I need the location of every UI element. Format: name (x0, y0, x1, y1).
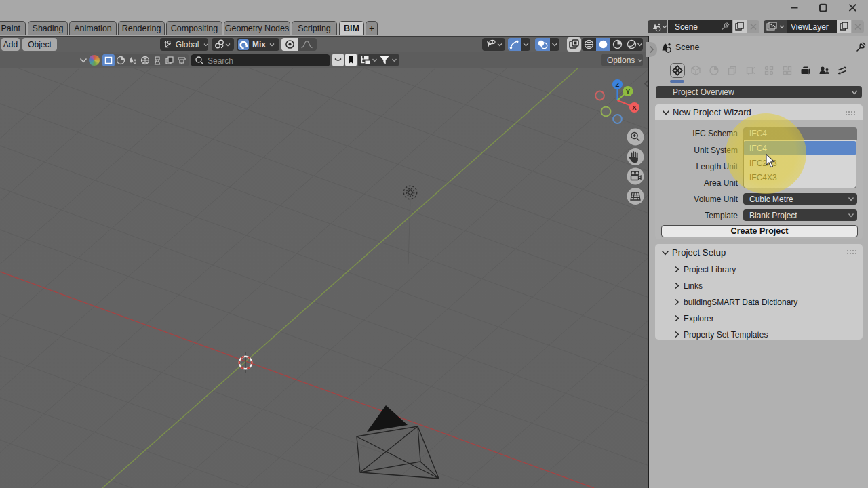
svg-text:Z: Z (616, 81, 620, 88)
svg-text:Y: Y (626, 87, 631, 95)
svg-text:X: X (632, 104, 637, 111)
